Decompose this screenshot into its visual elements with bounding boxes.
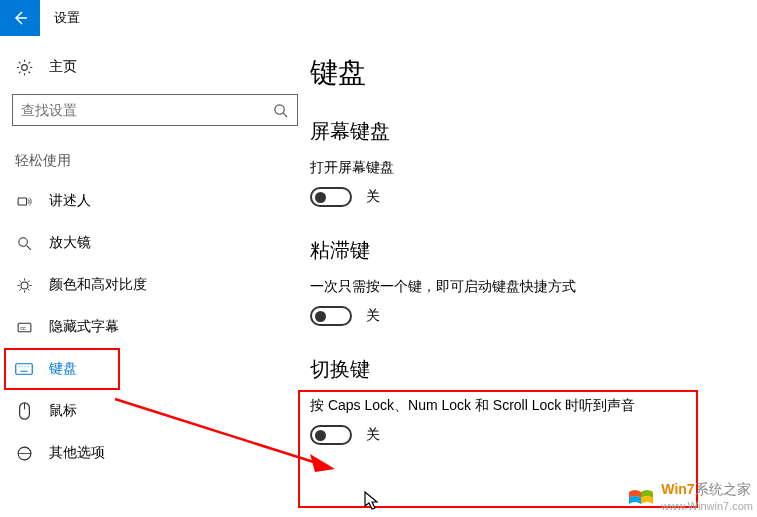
toggle-sticky[interactable] — [310, 306, 352, 326]
section-title-sticky: 粘滞键 — [310, 237, 757, 264]
toggle-state-sticky: 关 — [366, 307, 380, 325]
sidebar-item-label: 键盘 — [49, 360, 77, 378]
svg-point-0 — [275, 104, 284, 113]
keyboard-icon — [15, 362, 33, 376]
svg-line-1 — [283, 113, 287, 117]
sidebar-item-label: 其他选项 — [49, 444, 105, 462]
magnifier-icon — [15, 235, 33, 252]
svg-rect-8 — [16, 364, 33, 375]
sidebar-item-keyboard[interactable]: 键盘 — [0, 348, 310, 390]
section-title-togglekeys: 切换键 — [310, 356, 757, 383]
toggle-knob — [315, 192, 326, 203]
search-input[interactable] — [21, 102, 273, 118]
sidebar-home-label: 主页 — [49, 58, 77, 76]
sidebar-item-label: 放大镜 — [49, 234, 91, 252]
section-title-osk: 屏幕键盘 — [310, 118, 757, 145]
search-icon — [273, 103, 289, 118]
sidebar-home[interactable]: 主页 — [0, 50, 310, 84]
section-desc-togglekeys: 按 Caps Lock、Num Lock 和 Scroll Lock 时听到声音 — [310, 397, 757, 415]
gear-icon — [15, 59, 33, 76]
page-title: 键盘 — [310, 54, 757, 92]
toggle-knob — [315, 430, 326, 441]
sidebar-item-label: 讲述人 — [49, 192, 91, 210]
toggle-state-togglekeys: 关 — [366, 426, 380, 444]
svg-line-4 — [26, 245, 30, 249]
sidebar-group-label: 轻松使用 — [0, 144, 310, 180]
sidebar-item-magnifier[interactable]: 放大镜 — [0, 222, 310, 264]
search-box[interactable] — [12, 94, 298, 126]
svg-rect-2 — [18, 197, 27, 204]
mouse-icon — [15, 402, 33, 420]
toggle-knob — [315, 311, 326, 322]
window-header: 设置 — [0, 0, 757, 36]
main-panel: 键盘 屏幕键盘 打开屏幕键盘 关 粘滞键 一次只需按一个键，即可启动键盘快捷方式… — [310, 36, 757, 517]
sidebar-item-contrast[interactable]: 颜色和高对比度 — [0, 264, 310, 306]
svg-point-5 — [20, 281, 27, 288]
other-options-icon — [15, 445, 33, 462]
arrow-left-icon — [12, 10, 28, 26]
sidebar-item-mouse[interactable]: 鼠标 — [0, 390, 310, 432]
sidebar-item-label: 隐藏式字幕 — [49, 318, 119, 336]
sidebar: 主页 轻松使用 讲述人 放大镜 颜色和高对比度 — [0, 36, 310, 517]
toggle-state-osk: 关 — [366, 188, 380, 206]
section-desc-osk: 打开屏幕键盘 — [310, 159, 757, 177]
svg-text:cc: cc — [20, 324, 26, 330]
sidebar-item-label: 颜色和高对比度 — [49, 276, 147, 294]
narrator-icon — [15, 193, 33, 210]
captions-icon: cc — [15, 319, 33, 336]
section-desc-sticky: 一次只需按一个键，即可启动键盘快捷方式 — [310, 278, 757, 296]
contrast-icon — [15, 277, 33, 294]
window-title: 设置 — [40, 9, 80, 27]
sidebar-item-captions[interactable]: cc 隐藏式字幕 — [0, 306, 310, 348]
svg-point-3 — [18, 237, 26, 246]
sidebar-item-narrator[interactable]: 讲述人 — [0, 180, 310, 222]
back-button[interactable] — [0, 0, 40, 36]
sidebar-item-label: 鼠标 — [49, 402, 77, 420]
sidebar-item-other[interactable]: 其他选项 — [0, 432, 310, 474]
toggle-osk[interactable] — [310, 187, 352, 207]
toggle-togglekeys[interactable] — [310, 425, 352, 445]
